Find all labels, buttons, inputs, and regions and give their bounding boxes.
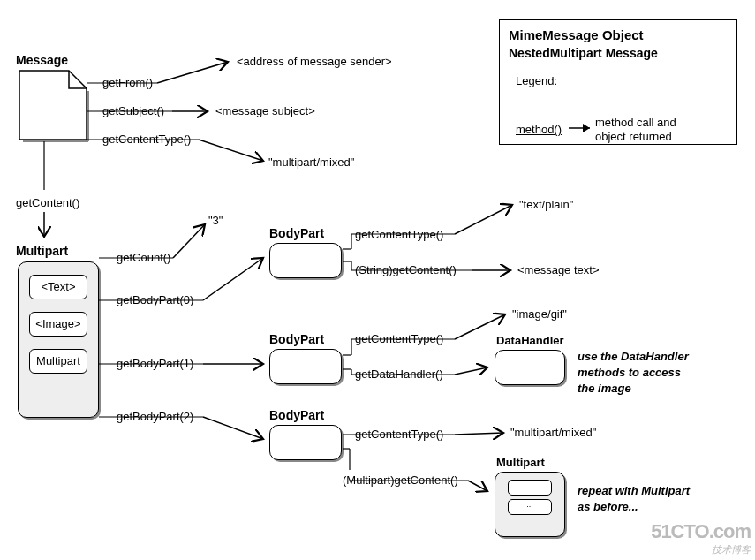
legend-method-label: method() <box>516 123 562 136</box>
multipart-item-image: <Image> <box>29 312 87 337</box>
multipart-box: <Text> <Image> Multipart <box>18 261 99 418</box>
bodypart0-box <box>269 243 342 278</box>
bodypart1-box <box>269 349 342 384</box>
getContentType-label: getContentType() <box>102 132 191 146</box>
bodypart2-label: BodyPart <box>269 408 324 422</box>
bp1-note2: methods to access <box>578 366 681 379</box>
item-text-label: <Text> <box>41 280 75 293</box>
svg-line-10 <box>199 140 263 161</box>
svg-line-38 <box>455 433 503 435</box>
bodypart1-gct-result: "image/gif" <box>512 307 567 321</box>
watermark: 51CTO.com 技术博客 <box>651 520 751 556</box>
getCount-result: "3" <box>208 214 223 227</box>
legend-desc1: method call and <box>595 116 676 129</box>
bodypart0-label: BodyPart <box>269 226 324 240</box>
bp2-multipart-box: ... <box>495 472 565 537</box>
bodypart0-gc: (String)getContent() <box>355 263 457 276</box>
getBodyPart1-label: getBodyPart(1) <box>117 357 193 370</box>
getContentType-result: "multipart/mixed" <box>268 155 354 169</box>
bodypart0-gc-result: <message text> <box>517 263 600 276</box>
getFrom-label: getFrom() <box>102 76 153 89</box>
bp2-note2: as before... <box>578 500 638 513</box>
getSubject-label: getSubject() <box>102 104 164 117</box>
svg-line-16 <box>203 258 263 300</box>
bp2-multipart-label: Multipart <box>496 456 545 469</box>
bp1-note1: use the DataHandler <box>578 350 689 363</box>
bp1-note3: the image <box>578 382 631 395</box>
getSubject-result: <message subject> <box>215 104 315 117</box>
getContent-label: getContent() <box>16 196 79 209</box>
legend-box: MimeMessage Object NestedMultipart Messa… <box>499 19 737 145</box>
getFrom-result: <address of message sender> <box>237 55 392 68</box>
bodypart2-box <box>269 425 342 460</box>
bodypart1-gct: getContentType() <box>355 332 443 345</box>
multipart-item-multipart: Multipart <box>29 349 87 374</box>
item-multipart-label: Multipart <box>36 354 80 367</box>
getBodyPart0-label: getBodyPart(0) <box>117 293 193 306</box>
multipart-item-text: <Text> <box>29 275 87 299</box>
legend-method: method() <box>516 123 562 136</box>
bodypart0-gct: getContentType() <box>355 228 443 241</box>
item-image-label: <Image> <box>35 317 80 330</box>
legend-desc2: object returned <box>595 130 672 143</box>
watermark-line1: 51CTO.com <box>651 520 751 542</box>
svg-line-14 <box>173 224 205 258</box>
message-label: Message <box>16 53 68 67</box>
svg-line-24 <box>455 205 512 234</box>
bodypart2-gct-result: "multipart/mixed" <box>510 426 596 439</box>
bodypart2-gc: (Multipart)getContent() <box>343 473 458 487</box>
bodypart2-gct: getContentType() <box>355 428 443 441</box>
bodypart0-gct-result: "text/plain" <box>519 198 573 211</box>
bodypart1-gdh: getDataHandler() <box>355 367 443 381</box>
multipart-label: Multipart <box>16 244 68 258</box>
bodypart1-label: BodyPart <box>269 332 324 346</box>
bp2-inner1 <box>508 480 552 496</box>
datahandler-label: DataHandler <box>496 334 564 347</box>
svg-line-20 <box>203 417 263 439</box>
svg-line-36 <box>455 367 487 375</box>
getCount-label: getCount() <box>117 251 170 264</box>
svg-line-42 <box>468 481 487 491</box>
watermark-line2: 技术博客 <box>712 544 751 555</box>
datahandler-box <box>495 350 565 385</box>
bp2-inner2: ... <box>508 499 552 515</box>
legend-subtitle: NestedMultipart Message <box>509 46 745 60</box>
getBodyPart2-label: getBodyPart(2) <box>117 410 193 423</box>
svg-line-6 <box>157 62 228 83</box>
legend-label: Legend: <box>516 74 752 87</box>
bp2-note1: repeat with Multipart <box>578 484 690 497</box>
legend-title: MimeMessage Object <box>509 27 745 42</box>
svg-marker-1 <box>583 124 590 132</box>
svg-marker-2 <box>19 71 87 140</box>
